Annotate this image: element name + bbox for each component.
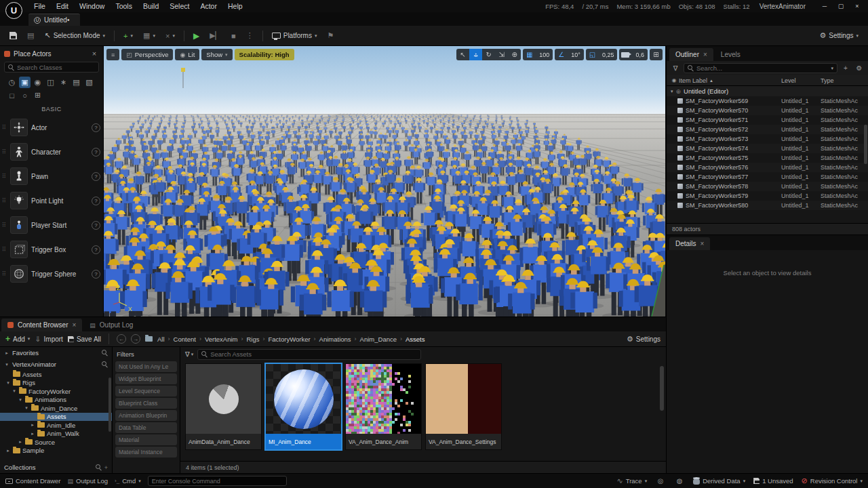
expander-icon[interactable]: ▸: [30, 422, 35, 428]
tab-output-log[interactable]: ▤ Output Log: [83, 319, 139, 331]
info-icon[interactable]: ?: [92, 270, 100, 279]
asset-filter-button[interactable]: ∇▾: [185, 350, 193, 358]
outliner-row[interactable]: SM_FactoryWorker575Untitled_1StaticMeshA…: [667, 153, 868, 163]
info-icon[interactable]: ?: [92, 245, 100, 254]
search-presets-icon[interactable]: ▾: [831, 66, 833, 71]
screenshot-icon[interactable]: ◎: [655, 476, 666, 487]
play-options-button[interactable]: ⋮: [242, 28, 258, 43]
outliner-row[interactable]: SM_FactoryWorker578Untitled_1StaticMeshA…: [667, 182, 868, 191]
place-actor-item-triggersphere[interactable]: ⠿Trigger Sphere?: [0, 262, 103, 286]
breadcrumb-animations[interactable]: Animations: [319, 336, 351, 343]
category-basic-icon[interactable]: ▣: [19, 77, 31, 88]
maximize-button[interactable]: ▢: [833, 1, 849, 12]
search-icon[interactable]: [102, 361, 108, 367]
tree-folder-rigs[interactable]: ▾Rigs: [0, 379, 112, 388]
place-actor-item-character[interactable]: ⠿Character?: [0, 140, 103, 164]
close-icon[interactable]: ×: [703, 51, 707, 58]
breadcrumb-vertexanim[interactable]: VertexAnim: [205, 336, 238, 343]
column-type[interactable]: Type: [821, 77, 868, 84]
collections-section[interactable]: Collections +: [0, 462, 112, 473]
asset-tile-MI_Anim_Dance[interactable]: MI_Anim_Dance: [265, 363, 342, 450]
select-tool-button[interactable]: ↖: [456, 49, 469, 60]
save-all-button[interactable]: Save All: [68, 336, 101, 343]
outliner-add-button[interactable]: +: [840, 63, 851, 74]
category-primitives-icon[interactable]: ○: [19, 89, 31, 101]
tree-folder-sample[interactable]: ▸Sample: [0, 447, 112, 455]
category-all-classes-icon[interactable]: ⊞: [32, 89, 43, 101]
derived-data-dropdown[interactable]: Derived Data▾: [693, 477, 745, 485]
column-item-label[interactable]: Item Label▲: [679, 77, 781, 84]
editor-modes-icon[interactable]: ▤: [23, 28, 38, 43]
console-input-box[interactable]: [148, 476, 287, 486]
outliner-row[interactable]: SM_FactoryWorker577Untitled_1StaticMeshA…: [667, 172, 868, 182]
viewport-options-button[interactable]: ≡: [106, 49, 119, 60]
outliner-row[interactable]: SM_FactoryWorker574Untitled_1StaticMeshA…: [667, 144, 868, 153]
outliner-row[interactable]: SM_FactoryWorker573Untitled_1StaticMeshA…: [667, 134, 868, 144]
trace-dropdown[interactable]: ∿Trace▾: [617, 476, 648, 485]
menu-tools[interactable]: Tools: [110, 1, 138, 12]
place-actor-item-triggerbox[interactable]: ⠿Trigger Box?: [0, 237, 103, 262]
scale-snap-value[interactable]: 0,25: [599, 49, 618, 60]
menu-actor[interactable]: Actor: [195, 1, 222, 12]
skip-button[interactable]: ▶▏: [205, 28, 225, 43]
column-level[interactable]: Level: [781, 77, 821, 84]
tab-content-browser[interactable]: Content Browser ×: [1, 319, 82, 331]
expander-icon[interactable]: ▸: [5, 448, 11, 453]
outliner-search-input[interactable]: [696, 64, 828, 72]
menu-build[interactable]: Build: [138, 1, 164, 12]
menu-window[interactable]: Window: [74, 1, 110, 12]
category-recently-placed-icon[interactable]: ◷: [6, 77, 18, 88]
expander-icon[interactable]: ▸: [30, 431, 35, 436]
scale-tool-button[interactable]: ⇲: [495, 49, 508, 60]
import-button[interactable]: ⇓Import: [35, 335, 63, 344]
expander-icon[interactable]: ▸: [18, 439, 23, 445]
play-button[interactable]: ▶: [189, 28, 203, 43]
project-root-section[interactable]: ▾ VertexAnimator: [0, 359, 112, 370]
view-mode-dropdown[interactable]: ◉Lit: [175, 49, 199, 60]
console-input[interactable]: [152, 478, 283, 485]
info-icon[interactable]: ?: [92, 172, 100, 181]
search-assets-input[interactable]: [210, 350, 417, 358]
camera-speed-value[interactable]: 0,6: [632, 49, 648, 60]
outliner-settings-button[interactable]: ⚙: [854, 63, 865, 74]
favorites-section[interactable]: ▸ Favorites: [0, 347, 112, 359]
outliner-row[interactable]: SM_FactoryWorker576Untitled_1StaticMeshA…: [667, 163, 868, 172]
forward-button[interactable]: →: [131, 334, 140, 344]
outliner-row[interactable]: SM_FactoryWorker570Untitled_1StaticMeshA…: [667, 106, 868, 115]
maximize-viewport-button[interactable]: ⊞: [650, 49, 663, 60]
outliner-row[interactable]: SM_FactoryWorker580Untitled_1StaticMeshA…: [667, 201, 868, 210]
eye-icon[interactable]: ◉: [669, 77, 679, 85]
add-collection-icon[interactable]: +: [104, 464, 108, 471]
filter-option[interactable]: Material Instance: [115, 447, 177, 458]
tree-folder-assets[interactable]: Assets: [0, 370, 112, 379]
cmd-dropdown[interactable]: ›_Cmd▾: [115, 477, 141, 485]
info-icon[interactable]: ?: [92, 221, 100, 230]
info-icon[interactable]: ?: [92, 148, 100, 157]
level-tab-untitled[interactable]: U Untitled•: [28, 14, 80, 26]
close-button[interactable]: ×: [849, 1, 865, 12]
outliner-row[interactable]: SM_FactoryWorker569Untitled_1StaticMeshA…: [667, 96, 868, 106]
expander-icon[interactable]: ▾: [18, 397, 23, 403]
tab-levels[interactable]: Levels: [715, 48, 747, 61]
outliner-scrollbar[interactable]: [864, 125, 867, 164]
filter-option[interactable]: Animation Blueprin: [115, 410, 177, 421]
tree-folder-source[interactable]: ▸Source: [0, 438, 112, 447]
breadcrumb-factoryworker[interactable]: FactoryWorker: [268, 336, 310, 343]
expander-icon[interactable]: ▾: [12, 388, 17, 394]
output-log-button[interactable]: ▤Output Log: [68, 477, 108, 485]
viewport-canvas[interactable]: [104, 46, 665, 317]
place-actor-item-pointlight[interactable]: ⠿Point Light?: [0, 188, 103, 213]
filter-option[interactable]: Level Sequence: [115, 386, 177, 396]
expander-icon[interactable]: ▾: [24, 405, 29, 411]
expander-icon[interactable]: ▾: [671, 89, 673, 94]
notifications-icon[interactable]: ◍: [674, 476, 685, 487]
angle-snap-icon[interactable]: ∠: [555, 49, 568, 60]
tree-folder-anim_idle[interactable]: ▸Anim_Idle: [0, 421, 112, 430]
scale-snap-icon[interactable]: ◱: [586, 49, 599, 60]
filter-option[interactable]: Data Table: [115, 422, 177, 433]
category-volumes-icon[interactable]: ▧: [83, 77, 95, 88]
info-icon[interactable]: ?: [92, 197, 100, 205]
tree-scrollbar[interactable]: [108, 378, 111, 432]
outliner-row[interactable]: SM_FactoryWorker572Untitled_1StaticMeshA…: [667, 125, 868, 134]
filter-option[interactable]: Widget Blueprint: [115, 373, 177, 384]
